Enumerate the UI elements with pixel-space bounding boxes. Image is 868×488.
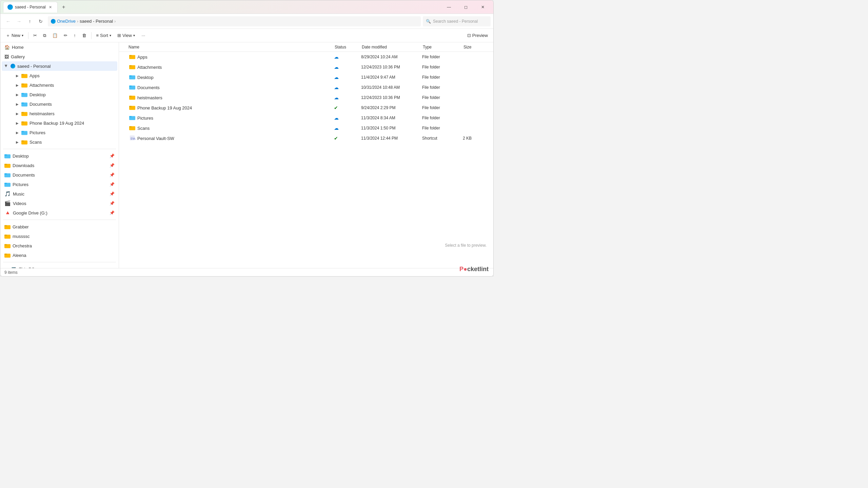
preview-icon: ⊡ [467, 33, 471, 38]
share-button[interactable]: ↑ [71, 30, 79, 41]
table-row[interactable]: Phone Backup 19 Aug 2024 ✔ 9/24/2024 2:2… [120, 103, 493, 113]
breadcrumb-current[interactable]: saeed - Personal [80, 19, 113, 24]
sidebar-item-videos[interactable]: 🎬 Videos 📌 [2, 199, 117, 208]
svg-text:SW: SW [131, 136, 135, 140]
sidebar-item-attachments[interactable]: ▶ Attachments [2, 80, 117, 90]
command-bar: ＋ New ▾ ✂ ⧉ 📋 ✏ ↑ 🗑 ≡ Sort ▾ ⊞ [0, 29, 493, 42]
col-header-date[interactable]: Date modified [362, 45, 423, 49]
home-label: Home [12, 45, 24, 50]
sidebar-item-documents[interactable]: ▶ Documents [2, 99, 117, 109]
svg-rect-27 [4, 235, 7, 236]
status-bar: 9 items [0, 268, 493, 276]
file-folder-icon [129, 64, 135, 70]
file-date-cell: 10/31/2024 10:48 AM [361, 85, 422, 90]
forward-button[interactable]: → [14, 16, 24, 26]
sidebar-item-grabber[interactable]: Grabber [2, 222, 117, 231]
file-date-cell: 9/24/2024 2:29 PM [361, 105, 422, 110]
preview-button[interactable]: ⊡ Preview [465, 30, 491, 41]
table-row[interactable]: heistmasters ☁ 12/24/2023 10:36 PM File … [120, 93, 493, 103]
sidebar-item-this-pc[interactable]: ▶ 💻 This PC [2, 264, 117, 268]
paste-button[interactable]: 📋 [50, 30, 60, 41]
sidebar-item-pictures-qa[interactable]: Pictures 📌 [2, 180, 117, 189]
file-name-cell: Apps [122, 54, 334, 60]
file-status-cell: ☁ [334, 75, 361, 80]
sidebar-item-desktop-qa[interactable]: Desktop 📌 [2, 151, 117, 161]
view-button[interactable]: ⊞ View ▾ [115, 30, 138, 41]
file-date-cell: 12/24/2023 10:36 PM [361, 65, 422, 69]
aleena-label: Aleena [13, 253, 26, 258]
sidebar-item-orchestra[interactable]: Orchestra [2, 241, 117, 250]
cut-button[interactable]: ✂ [31, 30, 40, 41]
sidebar-item-phone-backup[interactable]: ▶ Phone Backup 19 Aug 2024 [2, 118, 117, 128]
col-header-name[interactable]: Name [122, 45, 335, 49]
sidebar-item-music[interactable]: 🎵 Music 📌 [2, 189, 117, 199]
back-button[interactable]: ← [3, 16, 13, 26]
copy-button[interactable]: ⧉ [40, 30, 49, 41]
preview-label: Preview [472, 33, 488, 38]
pin-icon-google-drive: 📌 [110, 210, 115, 215]
desktop-label: Desktop [29, 92, 46, 97]
pictures-qa-label: Pictures [13, 182, 28, 187]
sidebar-item-aleena[interactable]: Aleena [2, 250, 117, 260]
sidebar-item-documents-qa[interactable]: Documents 📌 [2, 170, 117, 180]
sidebar-item-mussssc[interactable]: mussssc [2, 231, 117, 241]
up-button[interactable]: ↑ [25, 16, 35, 26]
maximize-button[interactable]: ◻ [458, 2, 474, 12]
col-header-size[interactable]: Size [463, 45, 491, 49]
delete-icon: 🗑 [82, 33, 86, 38]
sidebar-item-saeed[interactable]: ▶ saeed - Personal [2, 61, 117, 71]
sidebar-item-apps[interactable]: ▶ Apps [2, 71, 117, 80]
col-header-status[interactable]: Status [335, 45, 362, 49]
sidebar-item-home[interactable]: 🏠 Home [2, 42, 117, 52]
col-header-type[interactable]: Type [423, 45, 463, 49]
refresh-button[interactable]: ↻ [36, 16, 46, 26]
file-date-cell: 11/3/2024 1:50 PM [361, 126, 422, 130]
close-button[interactable]: ✕ [475, 2, 491, 12]
folder-icon-grabber [4, 224, 11, 230]
sidebar-item-heistmasters[interactable]: ▶ heistmasters [2, 109, 117, 118]
table-row[interactable]: SW Personal Vault-SW ✔ 11/3/2024 12:44 P… [120, 133, 493, 143]
file-name-label: Pictures [137, 116, 153, 121]
tab-close-button[interactable]: ✕ [48, 4, 53, 10]
sidebar-item-downloads[interactable]: Downloads 📌 [2, 161, 117, 170]
table-row[interactable]: Documents ☁ 10/31/2024 10:48 AM File fol… [120, 82, 493, 93]
documents-label: Documents [29, 102, 52, 107]
sidebar-item-pictures[interactable]: ▶ Pictures [2, 128, 117, 137]
browser-tab[interactable]: saeed - Personal ✕ [3, 2, 58, 13]
folder-icon-mussssc [4, 233, 11, 239]
new-label: New [12, 33, 20, 38]
new-button[interactable]: ＋ New ▾ [3, 30, 26, 41]
file-folder-icon [129, 54, 135, 60]
breadcrumb-onedrive[interactable]: OneDrive [57, 19, 76, 24]
svg-rect-25 [4, 225, 7, 227]
cmd-divider-1 [28, 32, 28, 39]
sidebar-item-desktop[interactable]: ▶ Desktop [2, 90, 117, 99]
new-tab-button[interactable]: + [59, 2, 68, 12]
search-box[interactable]: 🔍 Search saeed - Personal [423, 16, 491, 26]
svg-rect-39 [129, 85, 132, 87]
table-row[interactable]: Attachments ☁ 12/24/2023 10:36 PM File f… [120, 62, 493, 72]
more-button[interactable]: ··· [138, 30, 149, 41]
delete-button[interactable]: 🗑 [79, 30, 89, 41]
sidebar-item-gallery[interactable]: 🖼 Gallery [2, 52, 117, 61]
expand-arrow-documents: ▶ [15, 102, 19, 106]
folder-icon-pictures-qa [4, 181, 11, 187]
rename-button[interactable]: ✏ [61, 30, 70, 41]
file-name-label: Attachments [137, 65, 162, 70]
table-row[interactable]: Desktop ☁ 11/4/2024 9:47 AM File folder [120, 72, 493, 82]
google-drive-label: Google Drive (G:) [13, 210, 47, 216]
minimize-button[interactable]: — [441, 2, 457, 12]
file-type-cell: File folder [422, 116, 463, 120]
address-bar[interactable]: OneDrive › saeed - Personal › [48, 16, 421, 26]
table-row[interactable]: Scans ☁ 11/3/2024 1:50 PM File folder [120, 123, 493, 133]
sidebar-item-google-drive[interactable]: 🔺 Google Drive (G:) 📌 [2, 208, 117, 218]
svg-rect-17 [4, 155, 7, 156]
sidebar-item-scans[interactable]: ▶ Scans [2, 137, 117, 147]
table-row[interactable]: Apps ☁ 8/29/2024 10:24 AM File folder [120, 52, 493, 62]
sort-button[interactable]: ≡ Sort ▾ [94, 30, 114, 41]
cut-icon: ✂ [33, 33, 37, 38]
file-type-cell: File folder [422, 95, 463, 100]
tab-label: saeed - Personal [15, 5, 46, 9]
file-name-cell: Attachments [122, 64, 334, 70]
table-row[interactable]: Pictures ☁ 11/3/2024 8:34 AM File folder [120, 113, 493, 123]
